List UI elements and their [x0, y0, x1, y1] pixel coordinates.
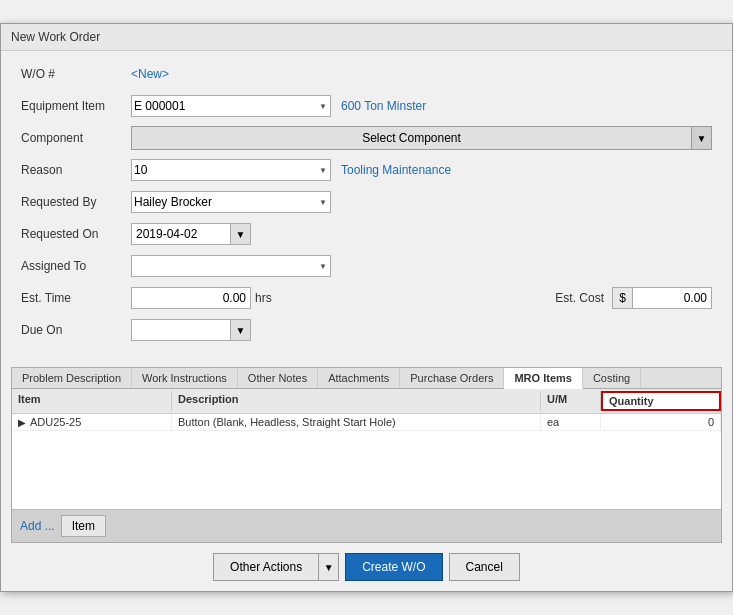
wo-control: <New> — [131, 67, 712, 81]
item-value: ADU25-25 — [30, 416, 81, 428]
equipment-select[interactable]: E 000001 — [131, 95, 331, 117]
wo-value[interactable]: <New> — [131, 67, 169, 81]
equipment-side-label: 600 Ton Minster — [341, 99, 426, 113]
tabs-container: Problem Description Work Instructions Ot… — [11, 367, 722, 543]
requested-by-control: Hailey Brocker — [131, 191, 712, 213]
tab-problem-description[interactable]: Problem Description — [12, 368, 132, 388]
reason-side-label: Tooling Maintenance — [341, 163, 451, 177]
add-footer: Add ... Item — [12, 509, 721, 542]
wo-row: W/O # <New> — [21, 61, 712, 87]
cell-quantity: 0 — [601, 414, 721, 430]
tab-other-notes[interactable]: Other Notes — [238, 368, 318, 388]
equipment-row: Equipment Item E 000001 600 Ton Minster — [21, 93, 712, 119]
time-cost-row: Est. Time hrs Est. Cost $ — [21, 285, 712, 311]
form-area: W/O # <New> Equipment Item E 000001 600 … — [1, 51, 732, 359]
cancel-button[interactable]: Cancel — [449, 553, 520, 581]
hrs-label: hrs — [255, 291, 272, 305]
reason-select-wrapper: 10 — [131, 159, 331, 181]
cell-description: Button (Blank, Headless, Straight Start … — [172, 414, 541, 430]
equipment-control: E 000001 600 Ton Minster — [131, 95, 712, 117]
row-arrow-icon: ▶ — [18, 417, 26, 428]
table-row: ▶ ADU25-25 Button (Blank, Headless, Stra… — [12, 414, 721, 431]
due-on-control: ▼ — [131, 319, 712, 341]
component-dropdown-button[interactable]: ▼ — [692, 126, 712, 150]
date-dropdown-button[interactable]: ▼ — [231, 223, 251, 245]
work-order-window: New Work Order W/O # <New> Equipment Ite… — [0, 23, 733, 592]
requested-by-label: Requested By — [21, 195, 131, 209]
assigned-to-row: Assigned To — [21, 253, 712, 279]
add-link[interactable]: Add ... — [20, 519, 55, 533]
tab-mro-items[interactable]: MRO Items — [504, 368, 582, 389]
due-on-label: Due On — [21, 323, 131, 337]
col-quantity: Quantity — [601, 391, 721, 411]
component-row: Component Select Component ▼ — [21, 125, 712, 151]
assigned-to-label: Assigned To — [21, 259, 131, 273]
window-title: New Work Order — [11, 30, 100, 44]
component-control: Select Component ▼ — [131, 126, 712, 150]
select-component-button[interactable]: Select Component — [131, 126, 692, 150]
component-label: Component — [21, 131, 131, 145]
equipment-select-wrapper: E 000001 — [131, 95, 331, 117]
est-time-input[interactable] — [131, 287, 251, 309]
cell-um: ea — [541, 414, 601, 430]
assigned-to-select-wrapper — [131, 255, 331, 277]
time-area: hrs — [131, 287, 535, 309]
add-item-button[interactable]: Item — [61, 515, 106, 537]
component-btn-area: Select Component ▼ — [131, 126, 712, 150]
requested-by-row: Requested By Hailey Brocker — [21, 189, 712, 215]
tabs-header: Problem Description Work Instructions Ot… — [12, 368, 721, 389]
est-time-label: Est. Time — [21, 291, 131, 305]
requested-by-select[interactable]: Hailey Brocker — [131, 191, 331, 213]
date-wrapper: ▼ — [131, 223, 251, 245]
col-description: Description — [172, 391, 541, 411]
est-cost-input[interactable] — [632, 287, 712, 309]
requested-on-control: ▼ — [131, 223, 712, 245]
due-on-dropdown-button[interactable]: ▼ — [231, 319, 251, 341]
cell-item: ▶ ADU25-25 — [12, 414, 172, 430]
other-actions-button[interactable]: Other Actions — [213, 553, 319, 581]
other-actions-dropdown-button[interactable]: ▼ — [319, 553, 339, 581]
other-actions-group: Other Actions ▼ — [213, 553, 339, 581]
cost-area: Est. Cost $ — [555, 287, 712, 309]
requested-by-select-wrapper: Hailey Brocker — [131, 191, 331, 213]
col-item: Item — [12, 391, 172, 411]
requested-on-input[interactable] — [131, 223, 231, 245]
due-on-row: Due On ▼ — [21, 317, 712, 343]
cost-prefix: $ — [612, 287, 632, 309]
reason-select[interactable]: 10 — [131, 159, 331, 181]
tab-content-mro: Item Description U/M Quantity ▶ ADU25-25… — [12, 389, 721, 509]
wo-label: W/O # — [21, 67, 131, 81]
requested-on-row: Requested On ▼ — [21, 221, 712, 247]
reason-control: 10 Tooling Maintenance — [131, 159, 712, 181]
due-on-input[interactable] — [131, 319, 231, 341]
create-wo-button[interactable]: Create W/O — [345, 553, 442, 581]
due-on-date-wrapper: ▼ — [131, 319, 251, 341]
tab-attachments[interactable]: Attachments — [318, 368, 400, 388]
tab-costing[interactable]: Costing — [583, 368, 641, 388]
title-bar: New Work Order — [1, 24, 732, 51]
bottom-buttons: Other Actions ▼ Create W/O Cancel — [1, 543, 732, 591]
tab-purchase-orders[interactable]: Purchase Orders — [400, 368, 504, 388]
col-um: U/M — [541, 391, 601, 411]
assigned-to-control — [131, 255, 712, 277]
assigned-to-select[interactable] — [131, 255, 331, 277]
tab-work-instructions[interactable]: Work Instructions — [132, 368, 238, 388]
reason-label: Reason — [21, 163, 131, 177]
est-cost-label: Est. Cost — [555, 291, 604, 305]
equipment-label: Equipment Item — [21, 99, 131, 113]
reason-row: Reason 10 Tooling Maintenance — [21, 157, 712, 183]
table-header: Item Description U/M Quantity — [12, 389, 721, 414]
requested-on-label: Requested On — [21, 227, 131, 241]
